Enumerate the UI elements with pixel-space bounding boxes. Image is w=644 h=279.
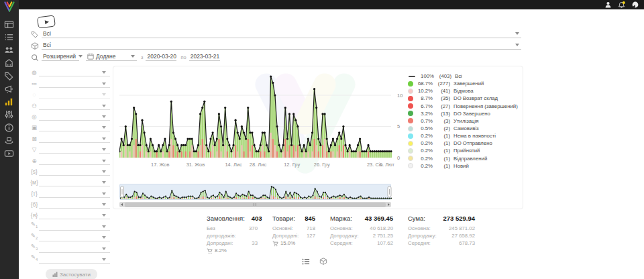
panel-filter-select[interactable]	[39, 133, 110, 143]
panel-filter-select[interactable]	[39, 111, 110, 121]
stat-column: Маржа:43 369.45Основна:40 618.20Допродаж…	[330, 215, 393, 255]
legend-percent: 3.2%	[416, 111, 433, 117]
scroll-left-icon[interactable]	[121, 203, 123, 206]
scroll-right-icon[interactable]	[388, 203, 390, 206]
panel-filter-select[interactable]	[39, 144, 110, 154]
status-filter-select[interactable]: Всі	[42, 29, 521, 38]
panel-filter-select[interactable]	[39, 188, 110, 198]
legend-item[interactable]: 0.7%(3)Утилізація	[408, 117, 521, 125]
panel-filter-select[interactable]	[39, 221, 110, 231]
legend-item[interactable]: 0.2%(1)Нема в наявності	[408, 132, 521, 140]
panel-filter-select[interactable]	[39, 177, 110, 186]
panel-filter-select[interactable]	[39, 199, 110, 209]
apply-button-label: Застосувати	[60, 272, 91, 278]
panel-filter-select[interactable]	[39, 101, 110, 110]
panel-filter-select[interactable]	[39, 122, 110, 131]
date-from-input[interactable]: 2020-03-20	[146, 52, 176, 61]
legend-count: (35)	[433, 95, 450, 101]
theme-icon[interactable]	[632, 1, 639, 8]
brush-handle	[388, 186, 391, 197]
date-field-select[interactable]: Додане	[86, 52, 137, 61]
sidebar-item-analytics[interactable]	[4, 97, 15, 107]
stat-header: Маржа:43 369.45	[330, 215, 393, 222]
legend-item[interactable]: 0.5%(2)Самовивіз	[408, 125, 521, 132]
sidebar-item-support[interactable]	[4, 135, 15, 146]
stat-subrow-label: Основні:	[272, 225, 293, 232]
stat-title: Маржа:	[330, 215, 352, 222]
search-mode-select[interactable]: Розширений	[42, 52, 79, 61]
panel-filter-select[interactable]	[39, 67, 110, 76]
chevron-down-icon	[102, 247, 106, 250]
legend-item[interactable]: 6.7%(27)Повернення (завершений)	[408, 103, 521, 110]
stat-value: 273 529.94	[443, 215, 475, 222]
legend-percent: 0.5%	[416, 125, 433, 131]
stat-header: Товари:845	[272, 215, 315, 222]
legend-count: (403)	[434, 73, 451, 79]
stat-title: Замовлення:	[207, 215, 245, 222]
panel-filter-select[interactable]	[39, 232, 110, 241]
date-to-input[interactable]: 2023-03-21	[189, 52, 220, 61]
panel-filter-row: {т}	[30, 186, 110, 197]
legend-item[interactable]: 0.2%(1)Новий	[408, 162, 521, 170]
stat-subrow-value: 245 871.02	[449, 225, 475, 232]
legend-item[interactable]: 100%(403)Всі	[408, 72, 521, 80]
notifications-icon[interactable]	[618, 1, 625, 9]
legend-label: Самовивіз	[453, 125, 479, 131]
chart-scrollbar[interactable]	[119, 202, 391, 207]
legend-color-swatch	[408, 133, 413, 139]
panel-filter-icon: {я}	[30, 212, 39, 219]
sidebar-item-integrations[interactable]	[4, 109, 15, 120]
legend-item[interactable]: 0.2%(1)Прийнятий	[408, 147, 521, 154]
panel-filter-select[interactable]	[39, 254, 110, 264]
orders-chart[interactable]: 051017. Жов31. Жов14. Лис28. Лис12. Гру2…	[119, 68, 415, 174]
sidebar-item-dashboard[interactable]	[4, 19, 15, 30]
panel-filter-row: ≔	[30, 76, 110, 87]
sidebar-item-announcements[interactable]	[4, 84, 15, 95]
stat-value: 403	[252, 215, 262, 222]
panel-filter-select[interactable]	[39, 166, 110, 176]
legend-color-swatch	[408, 156, 413, 161]
legend-item[interactable]: 0.2%(1)Відправлений	[408, 155, 521, 162]
package-icon[interactable]	[319, 258, 327, 266]
legend-item[interactable]: 68.7%(277)Завершений	[408, 80, 521, 87]
stat-subrow: Допродані:33	[207, 239, 258, 247]
upsell-percent: 15.0%	[280, 239, 295, 247]
sidebar-item-orders[interactable]	[4, 32, 15, 43]
filter-row-status: Всі	[31, 29, 521, 38]
legend-percent: 68.7%	[416, 80, 433, 87]
panel-filter-select[interactable]	[39, 156, 110, 165]
chart-brush[interactable]	[119, 184, 391, 200]
stat-subrow-value: 2 751.25	[373, 232, 393, 239]
sidebar-item-video[interactable]	[4, 148, 15, 159]
panel-filter-row: ▣	[30, 121, 110, 131]
date-to-value: 2023-03-21	[191, 53, 219, 60]
sidebar-item-sales[interactable]	[4, 71, 15, 82]
panel-filter-row: {я}	[30, 209, 110, 219]
legend-item[interactable]: 8.7%(35)DO Возврат склад	[408, 95, 521, 102]
panel-filter-select[interactable]	[39, 89, 110, 99]
sidebar-item-info[interactable]	[4, 123, 15, 133]
sidebar-item-store[interactable]	[4, 58, 15, 69]
chevron-down-icon	[102, 225, 106, 228]
scrollbar-thumb[interactable]	[125, 203, 386, 207]
legend-item[interactable]: 10.2%(41)Відмова	[408, 87, 521, 95]
stat-subrow-label: Основна:	[408, 225, 431, 232]
upsell-percent: 8.2%	[215, 247, 227, 255]
panel-filter-icon: {б}	[30, 201, 39, 209]
stat-subrow-label: Середня:	[330, 239, 353, 247]
panel-filter-select[interactable]	[39, 210, 110, 219]
panel-filter-select[interactable]	[39, 78, 110, 88]
apply-button[interactable]: Застосувати	[46, 269, 97, 279]
video-tutorial-button[interactable]	[37, 15, 56, 28]
list-icon[interactable]	[302, 258, 310, 266]
sidebar-item-customers[interactable]	[4, 45, 15, 56]
user-icon[interactable]	[605, 1, 611, 8]
panel-filter-select[interactable]	[39, 243, 110, 253]
panel-filter-icon: {s}	[30, 168, 39, 176]
panel-filter-icon: ✎1	[30, 221, 39, 231]
app-logo-icon[interactable]	[3, 1, 16, 13]
legend-item[interactable]: 3.2%(13)DO Завершено	[408, 110, 521, 117]
legend-item[interactable]: 0.2%(1)DO Отправлено	[408, 140, 521, 147]
product-filter-select[interactable]: Всі	[42, 40, 521, 50]
svg-text:28. Лис: 28. Лис	[250, 162, 267, 168]
